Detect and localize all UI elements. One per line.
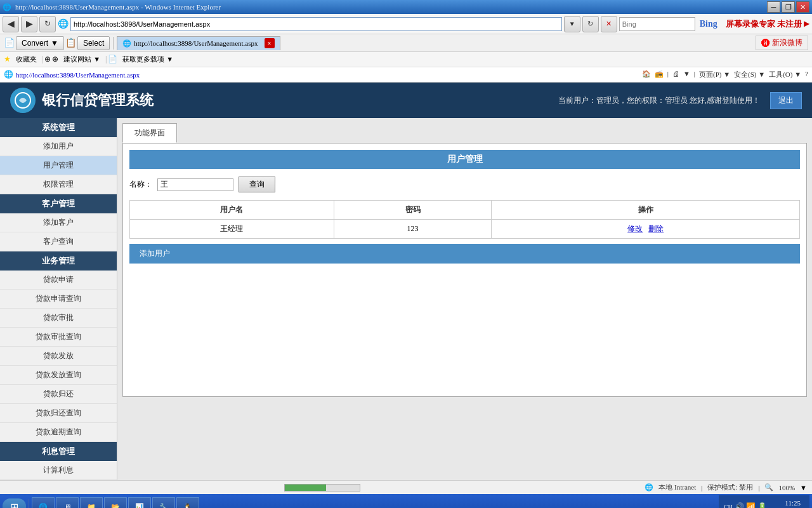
search-input[interactable] — [157, 178, 233, 191]
taskbar-app2[interactable]: 🖥 — [56, 497, 79, 508]
stop-button[interactable]: ✕ — [601, 16, 617, 32]
status-sep: | — [701, 484, 702, 491]
back-button[interactable]: ◀ — [3, 16, 19, 32]
taskbar-app6[interactable]: 🔧 — [152, 497, 175, 508]
app-user-section: 当前用户：管理员，您的权限：管理员 您好,感谢登陆使用！ 退出 — [558, 92, 802, 109]
weibo-label: 新浪微博 — [772, 37, 802, 48]
sidebar-header-business[interactable]: 业务管理 — [0, 251, 117, 271]
tab-close-button[interactable]: × — [265, 38, 275, 48]
sidebar-section-customer: 客户管理 添加客户 客户查询 — [0, 194, 117, 251]
sidebar-item-calc-interest[interactable]: 计算利息 — [0, 461, 117, 480]
sidebar-item-loan-disburse[interactable]: 贷款发放 — [0, 347, 117, 366]
sidebar-header-system[interactable]: 系统管理 — [0, 118, 117, 137]
taskbar-sep1 — [29, 499, 29, 508]
progress-fill — [285, 485, 326, 491]
taskbar-ie[interactable]: 🌐 — [32, 497, 55, 508]
convert-label: Convert — [22, 39, 48, 48]
query-button[interactable]: 查询 — [239, 177, 275, 192]
tray-icon2: 🔊 — [735, 502, 744, 509]
refresh-button[interactable]: ↻ — [39, 16, 56, 32]
sidebar-item-permissions[interactable]: 权限管理 — [0, 175, 117, 194]
minimize-button[interactable]: ─ — [767, 1, 780, 13]
taskbar-app5[interactable]: 📊 — [128, 497, 151, 508]
toolbar-icon-convert: 📄 — [4, 37, 15, 48]
app-title: 银行信贷管理系统 — [42, 91, 154, 110]
page-menu[interactable]: 页面(P) ▼ — [699, 70, 730, 79]
select-button[interactable]: Select — [77, 36, 110, 50]
forward-button[interactable]: ▶ — [21, 16, 37, 32]
select-label: Select — [83, 39, 104, 48]
sidebar-item-loan-approve-query[interactable]: 贷款审批查询 — [0, 328, 117, 347]
add-user-bar[interactable]: 添加用户 — [129, 244, 800, 264]
taskbar-app7[interactable]: 🐧 — [176, 497, 199, 508]
sidebar-item-customer-query[interactable]: 客户查询 — [0, 232, 117, 251]
sidebar-item-loan-disburse-query[interactable]: 贷款发放查询 — [0, 366, 117, 385]
sidebar-header-customer[interactable]: 客户管理 — [0, 194, 117, 213]
taskbar-app4[interactable]: 📂 — [104, 497, 127, 508]
sidebar-item-add-user[interactable]: 添加用户 — [0, 137, 117, 156]
sidebar-item-loan-repay-query[interactable]: 贷款归还查询 — [0, 404, 117, 423]
sidebar-item-add-customer[interactable]: 添加客户 — [0, 213, 117, 232]
ie-toolbar2: 📄 Convert ▼ 📋 Select 🌐 http://localhost:… — [0, 34, 812, 52]
zoom-dropdown[interactable]: ▼ — [800, 484, 807, 491]
tools-menu[interactable]: 工具(O) ▼ — [769, 70, 801, 79]
app-body: 系统管理 添加用户 用户管理 权限管理 客户管理 添加客户 客户查询 业务管理 … — [0, 118, 812, 480]
weibo-button[interactable]: 🅦 新浪微博 — [756, 36, 808, 50]
convert-button[interactable]: Convert ▼ — [16, 36, 64, 50]
address-input[interactable] — [70, 17, 562, 31]
delete-link[interactable]: 删除 — [648, 224, 664, 233]
star-icon: ★ — [4, 55, 11, 64]
sys-tray: CH 🔊 📶 🔋 11:25 2011/5/18 — [719, 495, 809, 508]
restore-button[interactable]: ❐ — [782, 1, 795, 13]
fav-icon1: ⊕ — [44, 55, 51, 64]
window-controls: ─ ❐ ✕ — [767, 1, 809, 13]
cell-actions: 修改 删除 — [492, 220, 800, 239]
addr-icon1[interactable]: 🏠 — [642, 70, 651, 79]
sidebar-item-loan-apply-query[interactable]: 贷款申请查询 — [0, 290, 117, 309]
sidebar-section-business: 业务管理 贷款申请 贷款申请查询 贷款审批 贷款审批查询 贷款发放 贷款发放查询… — [0, 251, 117, 442]
addr-sep2: | — [694, 70, 695, 79]
main-area: 功能界面 用户管理 名称： 查询 用户名 密码 操作 — [117, 118, 812, 480]
tab-function-ui[interactable]: 功能界面 — [122, 123, 177, 143]
browser-tab[interactable]: 🌐 http://localhost:3898/UserManagement.a… — [117, 36, 280, 50]
table-row: 王经理 123 修改 删除 — [130, 220, 800, 239]
addr-icon2[interactable]: 📻 — [655, 70, 664, 79]
tray-icon4: 🔋 — [757, 502, 767, 509]
zoom-icon: 🔍 — [764, 483, 773, 491]
cell-password: 123 — [334, 220, 492, 239]
search-input[interactable] — [619, 17, 695, 31]
help-icon[interactable]: ? — [805, 70, 808, 79]
fav-sep1: | — [42, 55, 43, 64]
addr-print-icon[interactable]: 🖨 — [672, 70, 679, 79]
tray-icon1: CH — [724, 504, 733, 509]
addr-dropdown-icon[interactable]: ▼ — [683, 70, 690, 79]
fav-item-1[interactable]: 建议网站 ▼ — [60, 53, 104, 65]
fav-sep2: | — [105, 55, 107, 64]
logo-svg — [14, 91, 32, 109]
internet-icon: 🌐 — [645, 483, 653, 491]
app-logo: 银行信贷管理系统 — [10, 88, 154, 113]
sidebar-header-interest[interactable]: 利息管理 — [0, 442, 117, 461]
sidebar-item-loan-repay[interactable]: 贷款归还 — [0, 385, 117, 404]
sidebar-item-loan-approve[interactable]: 贷款审批 — [0, 309, 117, 328]
logout-button[interactable]: 退出 — [770, 92, 802, 109]
sidebar-section-system: 系统管理 添加用户 用户管理 权限管理 — [0, 118, 117, 194]
security-menu[interactable]: 安全(S) ▼ — [734, 70, 765, 79]
window-titlebar: 🌐 http://localhost:3898/UserManagement.a… — [0, 0, 812, 14]
panel-title: 用户管理 — [129, 150, 800, 169]
taskbar-app3[interactable]: 📁 — [80, 497, 103, 508]
refresh-btn2[interactable]: ↻ — [582, 16, 599, 32]
zoom-level: 100% — [778, 484, 795, 491]
table-header: 用户名 密码 操作 — [130, 201, 800, 220]
sidebar-item-loan-apply[interactable]: 贷款申请 — [0, 271, 117, 290]
start-button[interactable]: ⊞ — [3, 498, 26, 509]
sidebar-item-user-mgmt[interactable]: 用户管理 — [0, 156, 117, 175]
app-header: 银行信贷管理系统 当前用户：管理员，您的权限：管理员 您好,感谢登陆使用！ 退出 — [0, 83, 812, 118]
favorites-label[interactable]: 收藏夹 — [12, 53, 41, 65]
page-icon: 🌐 — [58, 18, 69, 29]
close-button[interactable]: ✕ — [796, 1, 809, 13]
fav-item-2[interactable]: 获取更多载项 ▼ — [119, 53, 177, 65]
go-button[interactable]: ▼ — [564, 16, 580, 32]
edit-link[interactable]: 修改 — [627, 224, 643, 233]
sidebar-item-loan-overdue[interactable]: 贷款逾期查询 — [0, 423, 117, 442]
